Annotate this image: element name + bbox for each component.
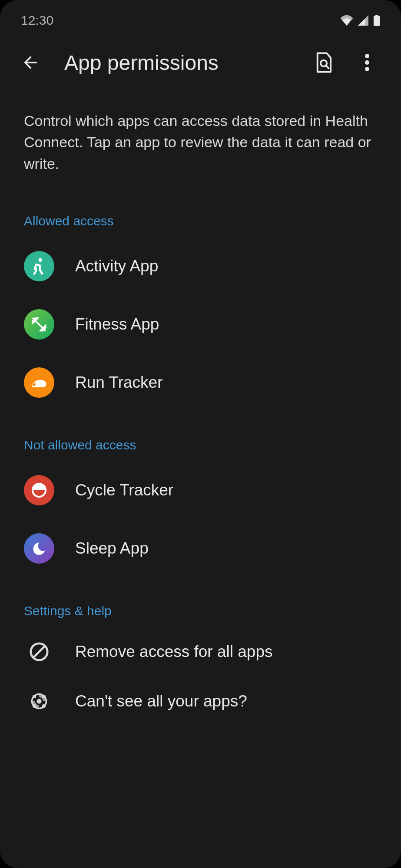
app-item-activity[interactable]: Activity App — [0, 237, 401, 295]
svg-point-13 — [42, 695, 46, 698]
svg-point-14 — [33, 704, 36, 708]
app-item-label: Run Tracker — [75, 373, 163, 392]
activity-app-icon — [24, 251, 54, 281]
cycle-tracker-app-icon — [24, 475, 54, 505]
settings-item-remove-access[interactable]: Remove access for all apps — [0, 627, 401, 677]
svg-point-2 — [321, 60, 327, 66]
app-item-sleep[interactable]: Sleep App — [0, 519, 401, 578]
svg-point-15 — [42, 704, 46, 708]
signal-icon — [358, 15, 369, 26]
svg-point-7 — [39, 258, 43, 262]
app-item-label: Cycle Tracker — [75, 481, 173, 499]
svg-point-5 — [365, 60, 369, 65]
search-button[interactable] — [311, 50, 337, 76]
settings-item-label: Remove access for all apps — [75, 643, 272, 661]
sleep-app-icon — [24, 533, 54, 564]
find-in-page-icon — [314, 52, 333, 73]
status-icons — [340, 15, 380, 26]
section-header-allowed: Allowed access — [0, 188, 401, 237]
settings-item-label: Can't see all your apps? — [75, 692, 247, 710]
status-bar: 12:30 — [0, 0, 401, 32]
settings-item-cant-see-apps[interactable]: Can't see all your apps? — [0, 677, 401, 726]
app-item-run-tracker[interactable]: Run Tracker — [0, 353, 401, 412]
svg-point-11 — [37, 699, 42, 703]
app-item-label: Sleep App — [75, 539, 149, 558]
status-time: 12:30 — [21, 13, 53, 28]
help-icon — [28, 690, 50, 712]
section-header-not-allowed: Not allowed access — [0, 412, 401, 461]
app-item-label: Activity App — [75, 257, 158, 275]
svg-point-12 — [33, 695, 36, 698]
svg-point-6 — [365, 67, 369, 71]
block-icon — [28, 641, 50, 663]
svg-point-4 — [365, 54, 369, 58]
app-bar: App permissions — [0, 32, 401, 89]
app-item-cycle-tracker[interactable]: Cycle Tracker — [0, 461, 401, 519]
battery-icon — [373, 15, 380, 26]
svg-line-3 — [326, 66, 329, 69]
arrow-back-icon — [21, 53, 40, 72]
page-title: App permissions — [64, 51, 293, 75]
wifi-icon — [340, 15, 353, 26]
back-button[interactable] — [21, 50, 47, 76]
more-vert-icon — [365, 54, 369, 71]
app-item-fitness[interactable]: Fitness App — [0, 295, 401, 353]
svg-rect-1 — [375, 15, 378, 17]
svg-line-10 — [33, 646, 45, 657]
run-tracker-app-icon — [24, 367, 54, 398]
page-description: Control which apps can access data store… — [0, 89, 401, 188]
section-header-settings-help: Settings & help — [0, 578, 401, 627]
svg-rect-0 — [374, 16, 380, 26]
app-item-label: Fitness App — [75, 315, 159, 333]
fitness-app-icon — [24, 309, 54, 340]
overflow-menu-button[interactable] — [354, 50, 380, 76]
